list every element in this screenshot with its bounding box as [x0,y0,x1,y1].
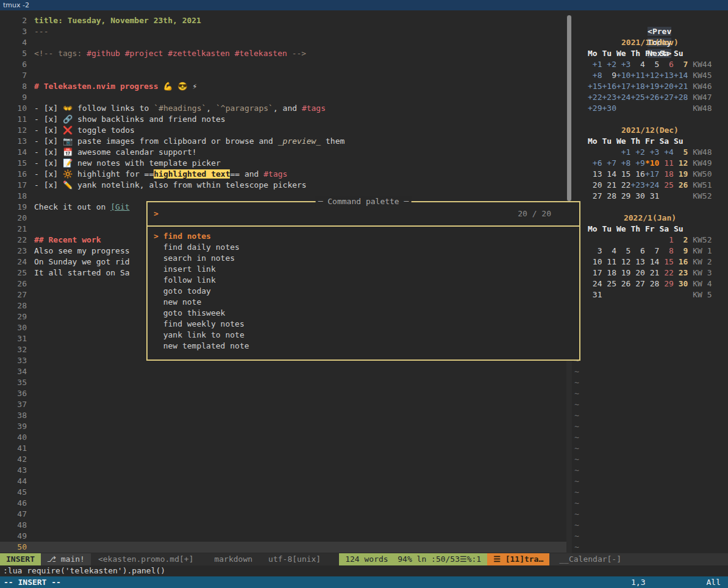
palette-item[interactable]: new templated note [148,341,579,352]
calendar-day[interactable]: 21 [645,268,659,277]
palette-item[interactable]: find weekly notes [148,319,579,330]
calendar-day[interactable]: +2 [630,147,644,157]
calendar-day[interactable]: 28 [602,191,616,200]
editor-line[interactable]: 40 [0,432,567,443]
editor-line[interactable]: 14- [x] 📅 awesome calendar support! [0,147,567,158]
editor-line[interactable]: 47 [0,509,567,520]
calendar-day[interactable]: 13 [630,257,644,266]
calendar-day[interactable]: 11 [602,257,616,266]
calendar-day[interactable]: 29 [616,191,630,200]
calendar-day[interactable]: 12 [616,257,630,266]
calendar-day[interactable]: +23 [630,180,644,190]
calendar-day[interactable]: 27 [630,279,644,288]
calendar-day[interactable]: 29 [659,279,673,288]
calendar-day[interactable]: 4 [630,60,644,69]
editor-line[interactable]: 12- [x] ❌ toggle todos [0,125,567,136]
calendar-day[interactable]: 7 [645,246,659,255]
calendar-day[interactable]: 27 [588,191,602,200]
calendar-day[interactable]: 6 [659,60,673,69]
editor-line[interactable]: 39 [0,421,567,432]
palette-item[interactable]: new note [148,297,579,308]
scrollbar-thumb[interactable] [567,15,571,201]
calendar-day[interactable]: +3 [645,147,659,157]
palette-item[interactable]: find daily notes [148,242,579,253]
editor-line[interactable]: 13- [x] 📷 paste images from clipboard or… [0,136,567,147]
calendar-day[interactable]: 10 [588,257,602,266]
calendar-day[interactable]: 15 [616,169,630,179]
calendar-day[interactable]: 20 [588,180,602,190]
calendar-day[interactable]: 2 [674,235,688,244]
calendar-day[interactable]: +30 [602,104,616,113]
calendar-day[interactable]: +13 [659,71,673,80]
calendar-day[interactable]: 19 [674,169,688,179]
calendar-day[interactable]: +25 [630,93,644,102]
calendar-day[interactable]: 22 [659,268,673,277]
palette-item[interactable]: search in notes [148,253,579,264]
editor-line[interactable]: 2title: Tuesday, November 23th, 2021 [0,15,567,26]
calendar-day[interactable]: 17 [588,268,602,277]
command-line[interactable]: :lua require('telekasten').panel() [0,565,728,576]
calendar-day[interactable]: 31 [645,191,659,200]
calendar-day[interactable]: 23 [674,268,688,277]
palette-item[interactable]: insert link [148,264,579,275]
editor-line[interactable]: 44 [0,476,567,487]
calendar-day[interactable]: 26 [616,279,630,288]
calendar-day[interactable]: 14 [645,257,659,266]
command-palette[interactable]: ─ Command palette ─ > 20 / 20 > find not… [146,201,580,361]
calendar-day[interactable]: +11 [630,71,644,80]
editor-line[interactable]: 41 [0,443,567,454]
calendar-day[interactable]: 31 [588,290,602,299]
calendar-day[interactable]: +15 [588,82,602,91]
calendar-day[interactable]: +26 [645,93,659,102]
calendar-day[interactable]: 16 [630,169,644,179]
calendar-day[interactable]: +4 [659,147,673,157]
calendar-day[interactable]: +17 [645,169,659,179]
calendar-day[interactable]: +22 [588,93,602,102]
calendar-day[interactable]: +20 [659,82,673,91]
calendar-day[interactable]: +6 [588,158,602,168]
calendar-day[interactable]: 25 [659,180,673,190]
editor-line[interactable]: 45 [0,487,567,498]
editor-line[interactable]: 38 [0,410,567,421]
editor-line[interactable]: 49 [0,531,567,542]
palette-item[interactable]: follow link [148,275,579,286]
palette-item[interactable]: > find notes [148,231,579,242]
calendar-day[interactable]: 9 [674,246,688,255]
calendar-day[interactable]: +1 [616,147,630,157]
editor-line[interactable]: 4 [0,37,567,48]
calendar-day[interactable]: 20 [630,268,644,277]
editor-line[interactable]: 5<!-- tags: #github #project #zettelkast… [0,48,567,59]
palette-item[interactable]: goto today [148,286,579,297]
editor-line[interactable]: 9 [0,92,567,103]
editor-line[interactable]: 8# Telekasten.nvim progress 💪 😎 ⚡ [0,81,567,92]
editor-line[interactable]: 10- [x] 👐 follow links to `#headings`, `… [0,103,567,114]
calendar-day[interactable]: +3 [616,60,630,69]
calendar-day[interactable]: +24 [645,180,659,190]
palette-item[interactable]: yank link to note [148,330,579,341]
editor-line[interactable]: 43 [0,465,567,476]
editor-line[interactable]: 7 [0,70,567,81]
calendar-window[interactable]: <Prev Today Next> 2021/11(Nov)Mo Tu We T… [572,10,728,553]
calendar-day[interactable]: 28 [645,279,659,288]
calendar-day[interactable]: 18 [659,169,673,179]
calendar-day[interactable]: +17 [616,82,630,91]
calendar-day[interactable]: 1 [659,235,673,244]
calendar-day[interactable]: 26 [674,180,688,190]
calendar-day[interactable]: +1 [588,60,602,69]
calendar-day[interactable]: 5 [645,60,659,69]
palette-item[interactable]: goto thisweek [148,308,579,319]
calendar-day[interactable]: 4 [602,246,616,255]
editor-line[interactable]: 15- [x] 📝 new notes with template picker [0,158,567,169]
editor-line[interactable]: 42 [0,454,567,465]
calendar-day[interactable]: 15 [659,257,673,266]
calendar-day[interactable]: 30 [630,191,644,200]
editor-line[interactable]: 46 [0,498,567,509]
editor-line[interactable]: 34 [0,366,567,377]
calendar-day[interactable]: 6 [630,246,644,255]
calendar-day[interactable]: +21 [674,82,688,91]
editor-line[interactable]: 3--- [0,26,567,37]
calendar-day[interactable]: +9 [630,158,644,168]
calendar-day[interactable]: 12 [674,158,688,168]
calendar-day[interactable]: 30 [674,279,688,288]
calendar-day[interactable]: *10 [645,158,659,168]
